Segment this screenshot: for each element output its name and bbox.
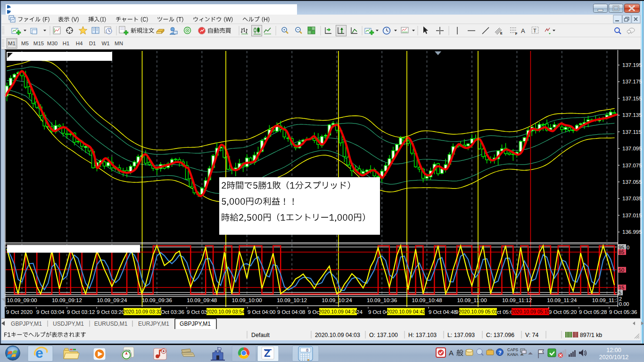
svg-text:137.115: 137.115 xyxy=(622,129,642,135)
svg-text:9 Oct 03:12: 9 Oct 03:12 xyxy=(67,309,95,315)
svg-text:137.055: 137.055 xyxy=(622,179,642,185)
svg-text:CAPS: CAPS xyxy=(507,347,518,352)
svg-text:137.175: 137.175 xyxy=(622,79,642,84)
svg-text:L: 137.093: L: 137.093 xyxy=(447,332,475,338)
svg-text:9 Oct 04:48: 9 Oct 04:48 xyxy=(429,309,456,315)
svg-text:0.00: 0.00 xyxy=(619,301,629,307)
svg-text:2020.10.09 05:01: 2020.10.09 05:01 xyxy=(459,309,498,314)
svg-text:10.09_11:12: 10.09_11:12 xyxy=(502,297,532,303)
svg-text:137.195: 137.195 xyxy=(622,62,642,68)
svg-text:GBPJPY,M1: GBPJPY,M1 xyxy=(180,321,211,327)
svg-text:EURUSD,M1: EURUSD,M1 xyxy=(94,321,128,327)
svg-text:9 Oct 03:20: 9 Oct 03:20 xyxy=(97,309,124,315)
svg-text:2020.10.09 04:03: 2020.10.09 04:03 xyxy=(315,332,360,338)
svg-text:O: 137.100: O: 137.100 xyxy=(369,332,398,338)
svg-text:Oct 03:36: Oct 03:36 xyxy=(161,309,184,315)
svg-text:137.135: 137.135 xyxy=(622,112,642,118)
svg-text:9 Oct 04:08: 9 Oct 04:08 xyxy=(277,309,305,315)
svg-text:137.015: 137.015 xyxy=(622,213,642,218)
svg-text:10.09_09:12: 10.09_09:12 xyxy=(52,297,82,303)
svg-text:10.09_10:36: 10.09_10:36 xyxy=(367,297,397,303)
svg-text:Default: Default xyxy=(251,332,270,338)
svg-text:5: 5 xyxy=(619,290,621,296)
svg-text:2020.10.09 04:24: 2020.10.09 04:24 xyxy=(319,309,358,314)
svg-text:2020.10.09 04:42: 2020.10.09 04:42 xyxy=(387,309,426,314)
svg-text:137.095: 137.095 xyxy=(622,146,642,151)
svg-text:9: 9 xyxy=(455,309,458,315)
svg-text:V: 74: V: 74 xyxy=(525,332,538,338)
svg-text:10.09_10:00: 10.09_10:00 xyxy=(232,297,262,303)
svg-text:136.995: 136.995 xyxy=(622,229,642,235)
svg-text:137.155: 137.155 xyxy=(622,96,642,101)
svg-text:10.09_10:12: 10.09_10:12 xyxy=(277,297,307,303)
svg-text:50: 50 xyxy=(619,267,624,273)
svg-text:H: 137.103: H: 137.103 xyxy=(408,332,437,338)
svg-text:12:00: 12:00 xyxy=(606,347,621,354)
svg-text:EURJPY,M1: EURJPY,M1 xyxy=(138,321,169,327)
svg-text:A: A xyxy=(449,349,454,357)
svg-text:9 Oct 05:20: 9 Oct 05:20 xyxy=(549,309,577,315)
svg-text:10.09_11:24: 10.09_11:24 xyxy=(547,297,577,303)
svg-text:2020.10.09 03:32: 2020.10.09 03:32 xyxy=(123,309,162,314)
svg-text:0: 0 xyxy=(627,245,629,250)
svg-text:9 Oct 05:36: 9 Oct 05:36 xyxy=(609,309,637,315)
svg-text:10.09_09:48: 10.09_09:48 xyxy=(187,297,217,303)
svg-text:2020/10/12: 2020/10/12 xyxy=(599,354,629,361)
svg-text:10.09_10:48: 10.09_10:48 xyxy=(412,297,442,303)
svg-text:10.09_09:24: 10.09_09:24 xyxy=(97,297,127,303)
svg-text:2020.10.09 03:54: 2020.10.09 03:54 xyxy=(206,309,245,314)
svg-text:USDJPY,M1: USDJPY,M1 xyxy=(53,321,84,327)
svg-text:KANA: KANA xyxy=(507,352,518,357)
svg-text:9 Oct 04:00: 9 Oct 04:00 xyxy=(248,309,275,315)
svg-text:897/1 kb: 897/1 kb xyxy=(580,332,602,338)
svg-text:137.075: 137.075 xyxy=(622,163,642,168)
svg-text:10.09_09:00: 10.09_09:00 xyxy=(7,297,37,303)
svg-text:85: 85 xyxy=(619,249,624,255)
svg-text:10.09_09:36: 10.09_09:36 xyxy=(142,297,172,303)
svg-text:137.035: 137.035 xyxy=(622,196,642,201)
svg-text:Z: Z xyxy=(264,347,270,359)
svg-text:10.09_11:00: 10.09_11:00 xyxy=(457,297,487,303)
svg-text:9 Oct 05:28: 9 Oct 05:28 xyxy=(579,309,607,315)
svg-text:9 Oct 03:04: 9 Oct 03:04 xyxy=(36,309,65,315)
svg-text:C: 137.096: C: 137.096 xyxy=(486,332,514,338)
svg-text:9 Oct 2020: 9 Oct 2020 xyxy=(6,309,33,315)
svg-text:10.09_10:24: 10.09_10:24 xyxy=(322,297,353,303)
svg-text:0: 0 xyxy=(306,348,308,353)
svg-text:?: ? xyxy=(498,350,502,355)
svg-text:GBPJPY,M1: GBPJPY,M1 xyxy=(11,321,42,327)
svg-text:2020.10.09 05:15: 2020.10.09 05:15 xyxy=(511,309,550,314)
